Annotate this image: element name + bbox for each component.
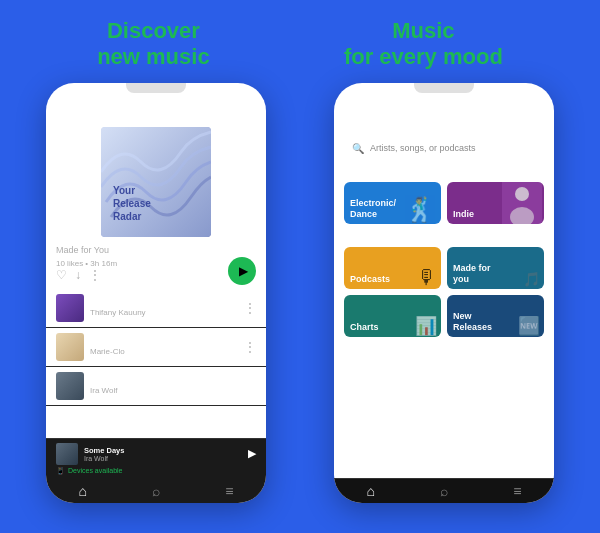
phone-notch xyxy=(126,83,186,93)
nav-library-icon[interactable]: ≡ xyxy=(225,483,233,499)
download-icon[interactable]: ↓ xyxy=(75,268,81,282)
phone-notch xyxy=(414,83,474,93)
table-row[interactable]: Sablier Marie-Clo ⋮ xyxy=(46,328,266,367)
genre-image xyxy=(500,182,544,224)
left-phone-screen: ← xyxy=(46,93,266,503)
top-genres-section: Your top genres Electronic/Dance 🕺 Indie xyxy=(344,167,544,224)
genre-label: Indie xyxy=(453,209,474,220)
nav-library-icon[interactable]: ≡ xyxy=(513,483,521,499)
genre-figure-icon: 🕺 xyxy=(405,196,435,224)
album-art: Your Release Radar xyxy=(101,127,211,237)
track-artist: Ira Wolf xyxy=(90,386,242,395)
now-playing-bar: Some Days Ira Wolf ▶ 📱 Devices available xyxy=(46,438,266,479)
play-icon: ▶ xyxy=(239,264,248,278)
track-more-icon[interactable]: ⋮ xyxy=(244,301,256,315)
genre-electronic[interactable]: Electronic/Dance 🕺 xyxy=(344,182,441,224)
left-phone: ← xyxy=(46,83,266,503)
genre-made-for-you[interactable]: Made foryou 🎵 xyxy=(447,247,544,289)
track-artist: Thifany Kauuny xyxy=(90,308,238,317)
svg-point-2 xyxy=(515,187,529,201)
genre-label: Charts xyxy=(350,322,379,333)
genre-label: Electronic/Dance xyxy=(350,198,396,220)
right-phone-screen: Search 🔍 Artists, songs, or podcasts You… xyxy=(334,93,554,503)
track-details: Sablier Marie-Clo xyxy=(90,337,238,356)
np-device: 📱 Devices available xyxy=(56,467,256,475)
table-row[interactable]: Em Algum Lugar Thifany Kauuny ⋮ xyxy=(46,289,266,328)
nav-home-icon[interactable]: ⌂ xyxy=(79,483,87,499)
browse-all-section: Browse all Podcasts 🎙 Made foryou 🎵 xyxy=(344,232,544,337)
heart-icon[interactable]: ♡ xyxy=(56,268,67,282)
album-art-container: Your Release Radar xyxy=(46,123,266,241)
search-screen: Search 🔍 Artists, songs, or podcasts You… xyxy=(334,93,554,345)
nav-home-icon[interactable]: ⌂ xyxy=(367,483,375,499)
track-thumbnail xyxy=(56,294,84,322)
nav-search-icon[interactable]: ⌕ xyxy=(440,483,448,499)
browse-all-grid: Podcasts 🎙 Made foryou 🎵 Charts 📊 xyxy=(344,247,544,337)
now-playing-left: Some Days Ira Wolf xyxy=(56,443,124,465)
top-bar: ← xyxy=(46,93,266,123)
charts-icon: 📊 xyxy=(415,315,437,337)
track-artist: Marie-Clo xyxy=(90,347,238,356)
right-phone: Search 🔍 Artists, songs, or podcasts You… xyxy=(334,83,554,503)
back-arrow-icon[interactable]: ← xyxy=(56,102,70,118)
track-thumbnail xyxy=(56,333,84,361)
genre-indie[interactable]: Indie xyxy=(447,182,544,224)
device-icon: 📱 xyxy=(56,467,65,475)
genre-charts[interactable]: Charts 📊 xyxy=(344,295,441,337)
genre-podcasts[interactable]: Podcasts 🎙 xyxy=(344,247,441,289)
controls-row: 10 likes • 3h 16m ♡ ↓ ⋮ ▶ xyxy=(46,255,266,289)
search-screen-container: Search 🔍 Artists, songs, or podcasts You… xyxy=(334,93,554,503)
now-playing-info: Some Days Ira Wolf ▶ xyxy=(56,443,256,465)
bottom-nav: ⌂ ⌕ ≡ xyxy=(46,479,266,503)
action-icons: ♡ ↓ ⋮ xyxy=(56,268,117,282)
np-text: Some Days Ira Wolf xyxy=(84,446,124,462)
track-details: Some Days Ira Wolf xyxy=(90,376,242,395)
new-releases-icon: 🆕 xyxy=(518,315,540,337)
np-thumbnail xyxy=(56,443,78,465)
genre-label: Made foryou xyxy=(453,263,491,285)
play-button[interactable]: ▶ xyxy=(228,257,256,285)
nav-search-icon[interactable]: ⌕ xyxy=(152,483,160,499)
search-placeholder: Artists, songs, or podcasts xyxy=(370,143,476,153)
track-name: Some Days xyxy=(90,376,242,386)
genre-label: Podcasts xyxy=(350,274,390,285)
track-more-icon[interactable]: ⋮ xyxy=(244,340,256,354)
genre-label: NewReleases xyxy=(453,311,492,333)
top-genres-grid: Electronic/Dance 🕺 Indie xyxy=(344,182,544,224)
left-headline: Discover new music xyxy=(97,18,209,71)
right-headline: Music for every mood xyxy=(344,18,503,71)
more-icon[interactable]: ⋮ xyxy=(89,268,101,282)
search-input-box[interactable]: 🔍 Artists, songs, or podcasts xyxy=(344,138,544,159)
top-genres-label: Your top genres xyxy=(344,167,544,178)
track-name: Sablier xyxy=(90,337,238,347)
track-play-icon[interactable]: ▶ xyxy=(248,379,256,392)
podcasts-icon: 🎙 xyxy=(417,266,437,289)
np-artist: Ira Wolf xyxy=(84,455,124,462)
made-for-you-icon: 🎵 xyxy=(523,271,540,287)
likes-duration: 10 likes • 3h 16m xyxy=(56,259,117,268)
browse-all-label: Browse all xyxy=(344,232,544,243)
track-thumbnail xyxy=(56,372,84,400)
search-title: Search xyxy=(344,101,544,130)
track-list: Em Algum Lugar Thifany Kauuny ⋮ Sablier … xyxy=(46,289,266,438)
np-play-icon[interactable]: ▶ xyxy=(248,447,256,460)
track-details: Em Algum Lugar Thifany Kauuny xyxy=(90,298,238,317)
album-title: Your Release Radar xyxy=(113,184,151,223)
table-row[interactable]: Some Days Ira Wolf ▶ xyxy=(46,367,266,406)
genre-new-releases[interactable]: NewReleases 🆕 xyxy=(447,295,544,337)
np-title: Some Days xyxy=(84,446,124,455)
made-for-you-label: Made for You xyxy=(46,241,266,255)
search-icon: 🔍 xyxy=(352,143,364,154)
track-name: Em Algum Lugar xyxy=(90,298,238,308)
right-bottom-nav: ⌂ ⌕ ≡ xyxy=(334,478,554,503)
